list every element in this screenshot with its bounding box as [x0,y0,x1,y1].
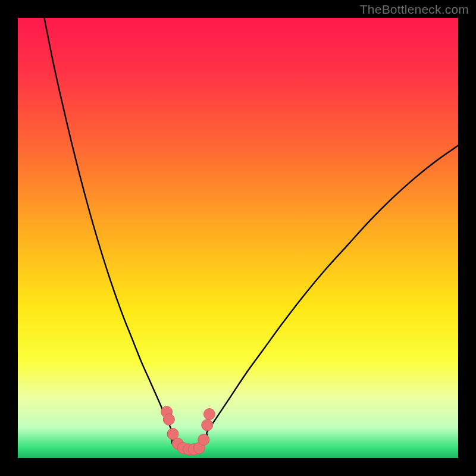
watermark-text: TheBottleneck.com [360,2,469,17]
data-marker [163,414,174,425]
curve-layer [18,18,458,458]
chart-frame: TheBottleneck.com [0,0,476,476]
plot-area [18,18,458,458]
data-marker [198,434,209,445]
data-marker [202,419,213,431]
data-marker [203,409,215,420]
bottleneck-curve [44,18,458,450]
marker-group [161,406,215,455]
